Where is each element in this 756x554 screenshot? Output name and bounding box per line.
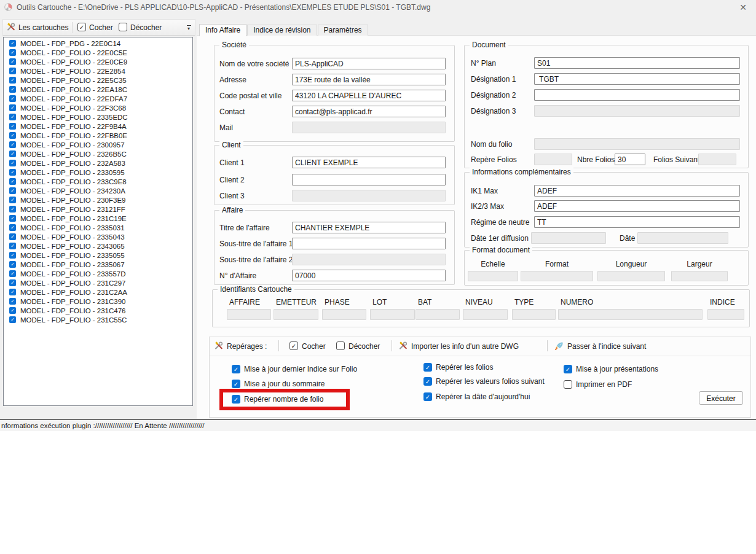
close-button[interactable]: ✕ xyxy=(736,1,750,14)
list-item[interactable]: ✓MODEL - FDP_FOLIO - 22FBB0E xyxy=(4,131,192,140)
les-cartouches-button[interactable]: Les cartouches xyxy=(18,23,68,32)
checkbox-mise-a-jour-du-sommaire[interactable]: ✓ xyxy=(232,380,240,388)
toolbar-overflow-button[interactable]: ▾ xyxy=(184,23,193,34)
list-item[interactable]: ✓MODEL - FDP_FOLIO - 233C9E8 xyxy=(4,177,192,186)
document-field-0[interactable] xyxy=(534,57,740,69)
decocher-checkbox[interactable] xyxy=(119,23,127,31)
infos-field-2[interactable] xyxy=(534,216,740,228)
checkbox-checked-icon[interactable]: ✓ xyxy=(9,169,16,176)
checkbox-checked-icon[interactable]: ✓ xyxy=(9,141,16,148)
checkbox-checked-icon[interactable]: ✓ xyxy=(9,68,16,74)
list-item[interactable]: ✓MODEL - FDP_FOLIO - 231C19E xyxy=(4,214,192,223)
tab-info-affaire[interactable]: Info Affaire xyxy=(199,24,246,36)
list-item[interactable]: ✓MODEL - FDP_FOLIO - 230F3E9 xyxy=(4,195,192,205)
societe-field-3[interactable] xyxy=(292,106,446,117)
checkbox-checked-icon[interactable]: ✓ xyxy=(9,197,16,203)
societe-field-2[interactable] xyxy=(292,90,446,101)
checkbox-checked-icon[interactable]: ✓ xyxy=(9,215,16,222)
tab-indice-de-revision[interactable]: Indice de révision xyxy=(247,25,317,36)
list-item[interactable]: ✓MODEL - FDP_FOLIO - 22EDFA7 xyxy=(4,94,192,103)
list-item[interactable]: ✓MODEL - FDP_FOLIO - 22E2854 xyxy=(4,66,192,76)
list-item[interactable]: ✓MODEL - FDP_PDG - 22E0C14 xyxy=(4,39,192,48)
checkbox-imprimer-en-pdf[interactable] xyxy=(564,380,572,389)
checkbox-reperer-les-valeurs-folios-suivant[interactable]: ✓ xyxy=(423,377,432,386)
societe-field-0[interactable] xyxy=(292,58,446,69)
list-item[interactable]: ✓MODEL - FDP_FOLIO - 231C297 xyxy=(4,278,192,287)
checkbox-checked-icon[interactable]: ✓ xyxy=(9,298,16,305)
checkbox-checked-icon[interactable]: ✓ xyxy=(9,160,16,166)
list-item[interactable]: ✓MODEL - FDP_FOLIO - 23121FF xyxy=(4,205,192,214)
list-item[interactable]: ✓MODEL - FDP_FOLIO - 22EA18C xyxy=(4,85,192,94)
infos-field-0[interactable] xyxy=(534,185,740,197)
checkbox-checked-icon[interactable]: ✓ xyxy=(9,243,16,249)
checkbox-checked-icon[interactable]: ✓ xyxy=(9,279,16,286)
list-item[interactable]: ✓MODEL - FDP_FOLIO - 232A583 xyxy=(4,158,192,168)
checkbox-reperer-les-folios[interactable]: ✓ xyxy=(423,363,432,372)
client-field-1[interactable] xyxy=(292,174,446,185)
checkbox-checked-icon[interactable]: ✓ xyxy=(9,307,16,314)
list-item[interactable]: ✓MODEL - FDP_FOLIO - 234230A xyxy=(4,186,192,195)
executer-button[interactable]: Exécuter xyxy=(699,391,743,405)
list-item[interactable]: ✓MODEL - FDP_FOLIO - 2300957 xyxy=(4,140,192,149)
list-item[interactable]: ✓MODEL - FDP_FOLIO - 22F3C68 xyxy=(4,103,192,112)
checkbox-checked-icon[interactable]: ✓ xyxy=(9,95,16,102)
tab-parametres[interactable]: Paramètres xyxy=(318,25,368,36)
cartouche-listbox[interactable]: ✓MODEL - FDP_PDG - 22E0C14✓MODEL - FDP_F… xyxy=(3,37,193,406)
document-field-1[interactable] xyxy=(534,73,740,85)
checkbox-checked-icon[interactable]: ✓ xyxy=(9,252,16,259)
checkbox-checked-icon[interactable]: ✓ xyxy=(9,86,16,93)
list-item[interactable]: ✓MODEL - FDP_FOLIO - 2335043 xyxy=(4,232,192,241)
list-item[interactable]: ✓MODEL - FDP_FOLIO - 22F9B4A xyxy=(4,122,192,131)
societe-field-1[interactable] xyxy=(292,74,446,85)
list-item[interactable]: ✓MODEL - FDP_FOLIO - 2326B5C xyxy=(4,149,192,158)
infos-field-1[interactable] xyxy=(534,200,740,212)
list-item[interactable]: ✓MODEL - FDP_FOLIO - 22E0CE9 xyxy=(4,57,192,66)
checkbox-checked-icon[interactable]: ✓ xyxy=(9,49,16,56)
cocher-checkbox[interactable]: ✓ xyxy=(77,23,86,31)
checkbox-reperer-nombre-de-folio[interactable]: ✓ xyxy=(232,395,240,404)
checkbox-checked-icon[interactable]: ✓ xyxy=(9,206,16,213)
checkbox-checked-icon[interactable]: ✓ xyxy=(9,261,16,268)
nbre-folios-field[interactable] xyxy=(615,154,645,165)
checkbox-checked-icon[interactable]: ✓ xyxy=(9,132,16,139)
list-item[interactable]: ✓MODEL - FDP_FOLIO - 231C2AA xyxy=(4,287,192,297)
importer-dwg-button[interactable]: Importer les info d'un autre DWG xyxy=(411,342,519,351)
document-field-2[interactable] xyxy=(534,89,740,101)
checkbox-checked-icon[interactable]: ✓ xyxy=(9,114,16,120)
checkbox-reperer-la-date-d-aujourd-hui[interactable]: ✓ xyxy=(423,392,432,401)
client-field-0[interactable] xyxy=(292,157,446,168)
list-item[interactable]: ✓MODEL - FDP_FOLIO - 231C55C xyxy=(4,315,192,324)
checkbox-checked-icon[interactable]: ✓ xyxy=(9,316,16,323)
checkbox-mise-a-jour-dernier-indice-sur-folio[interactable]: ✓ xyxy=(232,365,240,373)
checkbox-mise-a-jour-presentations[interactable]: ✓ xyxy=(564,365,572,373)
list-item[interactable]: ✓MODEL - FDP_FOLIO - 2343065 xyxy=(4,241,192,251)
list-item[interactable]: ✓MODEL - FDP_FOLIO - 231C390 xyxy=(4,297,192,306)
checkbox-checked-icon[interactable]: ✓ xyxy=(9,178,16,185)
checkbox-checked-icon[interactable]: ✓ xyxy=(9,187,16,194)
checkbox-checked-icon[interactable]: ✓ xyxy=(9,77,16,84)
checkbox-checked-icon[interactable]: ✓ xyxy=(9,233,16,240)
reperages-decocher-checkbox[interactable] xyxy=(336,341,345,350)
checkbox-checked-icon[interactable]: ✓ xyxy=(9,150,16,157)
passer-indice-suivant-button[interactable]: Passer à l'indice suivant xyxy=(567,342,646,351)
list-item[interactable]: ✓MODEL - FDP_FOLIO - 231C476 xyxy=(4,306,192,315)
checkbox-checked-icon[interactable]: ✓ xyxy=(9,40,16,47)
checkbox-checked-icon[interactable]: ✓ xyxy=(9,104,16,111)
list-item[interactable]: ✓MODEL - FDP_FOLIO - 22E5C35 xyxy=(4,76,192,85)
list-item[interactable]: ✓MODEL - FDP_FOLIO - 2335EDC xyxy=(4,112,192,122)
list-item[interactable]: ✓MODEL - FDP_FOLIO - 2335031 xyxy=(4,223,192,232)
affaire-field-0[interactable] xyxy=(292,222,446,233)
affaire-field-1[interactable] xyxy=(292,238,446,249)
checkbox-checked-icon[interactable]: ✓ xyxy=(9,224,16,231)
checkbox-checked-icon[interactable]: ✓ xyxy=(9,123,16,130)
reperages-button[interactable]: Repérages : xyxy=(227,342,267,351)
list-item[interactable]: ✓MODEL - FDP_FOLIO - 2335055 xyxy=(4,251,192,260)
affaire-field-3[interactable] xyxy=(292,270,446,281)
list-item[interactable]: ✓MODEL - FDP_FOLIO - 2330595 xyxy=(4,168,192,177)
checkbox-checked-icon[interactable]: ✓ xyxy=(9,58,16,65)
checkbox-checked-icon[interactable]: ✓ xyxy=(9,270,16,277)
list-item[interactable]: ✓MODEL - FDP_FOLIO - 2335067 xyxy=(4,260,192,269)
checkbox-checked-icon[interactable]: ✓ xyxy=(9,289,16,295)
list-item[interactable]: ✓MODEL - FDP_FOLIO - 22E0C5E xyxy=(4,48,192,57)
reperages-cocher-checkbox[interactable]: ✓ xyxy=(289,341,298,350)
